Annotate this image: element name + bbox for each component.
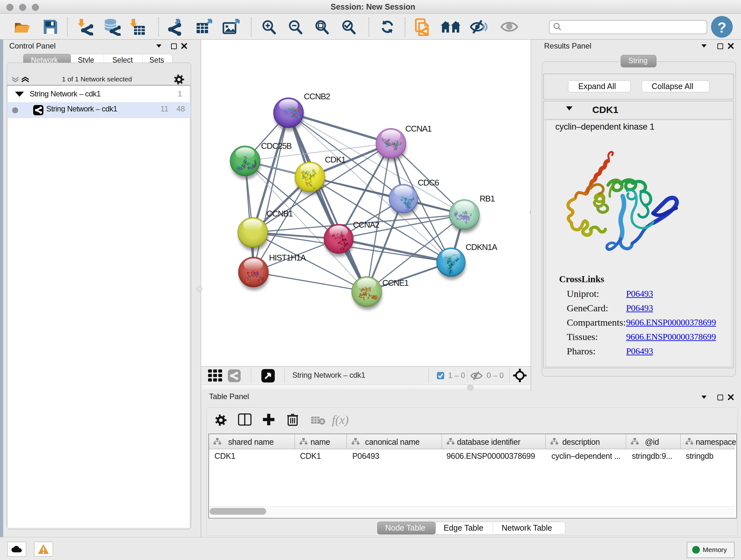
svg-text:CCNB1: CCNB1 — [266, 209, 293, 219]
svg-text:CCNA2: CCNA2 — [353, 220, 380, 230]
svg-text:HIST1H1A: HIST1H1A — [269, 253, 307, 262]
svg-text:CDC25B: CDC25B — [261, 141, 291, 151]
svg-text:CDKN1A: CDKN1A — [466, 242, 497, 252]
svg-text:CCNE1: CCNE1 — [382, 278, 409, 288]
svg-text:CDK1: CDK1 — [325, 155, 346, 165]
svg-text:CCNB2: CCNB2 — [304, 91, 330, 101]
svg-text:CDC6: CDC6 — [418, 178, 439, 187]
svg-text:RB1: RB1 — [480, 194, 495, 203]
svg-text:CCNA1: CCNA1 — [405, 124, 432, 133]
